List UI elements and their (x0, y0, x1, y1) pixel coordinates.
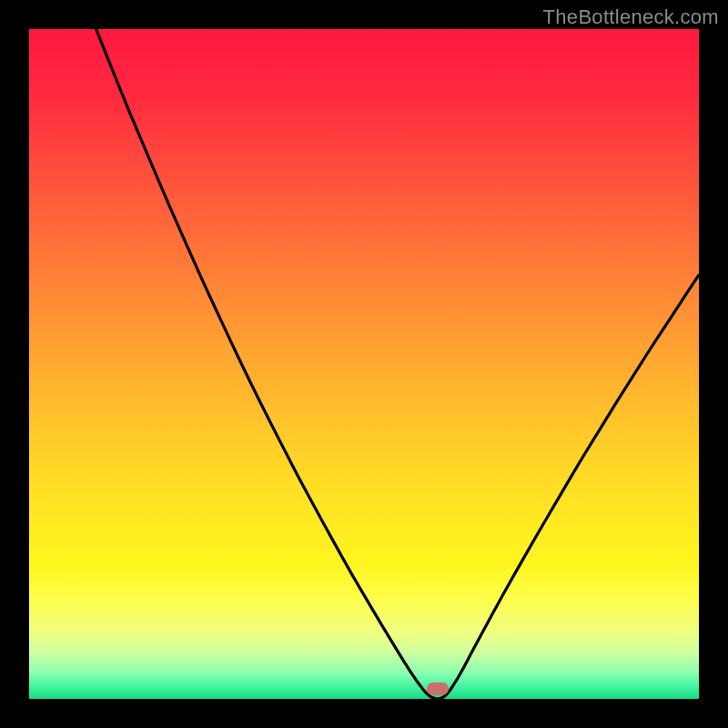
optimal-marker (427, 682, 449, 695)
plot-area (29, 29, 699, 699)
gradient-background (29, 29, 699, 699)
chart-frame: TheBottleneck.com (0, 0, 728, 728)
chart-svg (29, 29, 699, 699)
watermark-text: TheBottleneck.com (543, 5, 719, 29)
